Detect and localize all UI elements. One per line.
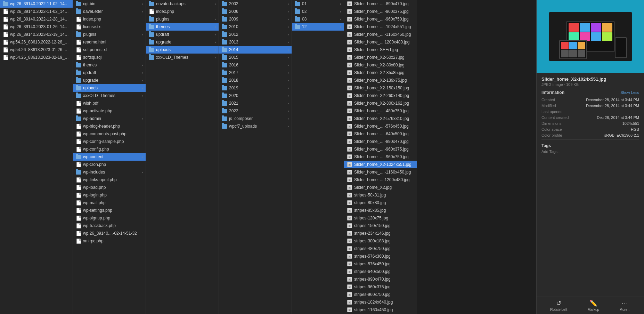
list-item[interactable]: readme.html	[73, 38, 146, 46]
list-item[interactable]: ▣Slider_home_....-480x750.jpg	[344, 107, 417, 115]
list-item[interactable]: 2013›	[219, 38, 292, 46]
list-item[interactable]: ▣stripes-80x80.jpg	[344, 199, 417, 207]
list-item[interactable]: 2006›	[219, 8, 292, 15]
list-item[interactable]: 2021›	[219, 99, 292, 107]
list-item[interactable]: ▣Slider_home_....-890x470.jpg	[344, 138, 417, 145]
rotate-left-button[interactable]: ↺ Rotate Left	[546, 298, 571, 313]
list-item[interactable]: ▣Slider_home_....-960x750.jpg	[344, 153, 417, 161]
list-item[interactable]: 2010›	[219, 23, 292, 31]
list-item[interactable]: wp-trackback.php	[73, 222, 146, 230]
list-item[interactable]: ▣Slider_home_X2-85x85.jpg	[344, 69, 417, 77]
list-item[interactable]: ▣stripes-300x188.jpg	[344, 237, 417, 245]
list-item[interactable]: envato-backups›	[146, 0, 219, 8]
list-item[interactable]: 2020›	[219, 92, 292, 99]
list-item[interactable]: ▣Slider_home_....1200x480.jpg	[344, 176, 417, 184]
list-item[interactable]: ▣Slider_home_....-576x450.jpg	[344, 122, 417, 130]
list-item[interactable]: ▣stripes-480x750.jpg	[344, 245, 417, 252]
column-4[interactable]: 2002›2006›2009›2010›2012›2013›2014›2015›…	[219, 0, 292, 314]
list-item[interactable]: wp-blog-header.php	[73, 122, 146, 130]
list-item[interactable]: ▣Slider_home_SEEiT.jpg	[344, 46, 417, 54]
list-item[interactable]: uploads›	[73, 84, 146, 92]
list-item[interactable]: xmlrpc.php	[73, 237, 146, 245]
list-item[interactable]: ▣Slider_home_....-960x750.jpg	[344, 15, 417, 23]
list-item[interactable]: ▣stripes-576x450.jpg	[344, 260, 417, 268]
list-item[interactable]: wp-config-sample.php	[73, 138, 146, 145]
list-item[interactable]: wp54.26_88613.2022-12-28_14-49-20.tar.gz	[0, 38, 73, 46]
list-item[interactable]: ▣stripes-120x75.jpg	[344, 214, 417, 222]
list-item[interactable]: ▣stripes-960x750.jpg	[344, 291, 417, 298]
list-item[interactable]: ▣Slider_home_....-960x375.jpg	[344, 8, 417, 15]
list-item[interactable]: 2019›	[219, 84, 292, 92]
list-item[interactable]: xxxOLD_Themes›	[146, 54, 219, 61]
list-item[interactable]: ▣Slider_home_....1200x480.jpg	[344, 38, 417, 46]
list-item[interactable]: 02›	[292, 8, 344, 15]
list-item[interactable]: ▣Slider_home_....-1024x551.jpg	[344, 23, 417, 31]
list-item[interactable]: 2014›	[219, 46, 292, 54]
list-item[interactable]: themes›	[146, 23, 219, 31]
list-item[interactable]: 2017›	[219, 69, 292, 77]
list-item[interactable]: index.php	[73, 15, 146, 23]
list-item[interactable]: wp-mail.php	[73, 199, 146, 207]
column-5[interactable]: 01›02›08›12›	[292, 0, 344, 314]
list-item[interactable]: softperms.txt	[73, 46, 146, 54]
list-item[interactable]: license.txt	[73, 23, 146, 31]
list-item[interactable]: wp-config.php	[73, 145, 146, 153]
list-item[interactable]: ▣stripes-960x375.jpg	[344, 283, 417, 291]
list-item[interactable]: ▣Slider_home_X2-260x140.jpg	[344, 92, 417, 99]
list-item[interactable]: wp-load.php	[73, 184, 146, 191]
list-item[interactable]: ▣Slider_home_X2-139x75.jpg	[344, 77, 417, 84]
list-item[interactable]: wp.26_39140.2023-01-26_14-49-15.tar.gz	[0, 23, 73, 31]
list-item[interactable]: ▣Slider_home_....-1160x450.jpg	[344, 31, 417, 38]
list-item[interactable]: ▣stripes-85x85.jpg	[344, 207, 417, 214]
list-item[interactable]: wp-settings.php	[73, 207, 146, 214]
list-item[interactable]: wp54.26_88613.2023-02-19_14-49-24.tar.gz	[0, 54, 73, 61]
list-item[interactable]: ▣Slider_home_X2-300x162.jpg	[344, 99, 417, 107]
list-item[interactable]: ▣stripes-150x150.jpg	[344, 222, 417, 230]
list-item[interactable]: themes›	[73, 61, 146, 69]
list-item[interactable]: wp-includes›	[73, 168, 146, 176]
list-item[interactable]: wp-activate.php	[73, 107, 146, 115]
list-item[interactable]: js_composer›	[219, 115, 292, 122]
list-item[interactable]: ▣stripes-50x31.jpg	[344, 191, 417, 199]
list-item[interactable]: ▣Slider_home_....-1160x450.jpg	[344, 168, 417, 176]
list-item[interactable]: wp-login.php	[73, 191, 146, 199]
list-item[interactable]: ▣Slider_home_X2-576x310.jpg	[344, 115, 417, 122]
list-item[interactable]: wp.26_39140....-02-14-51-32	[73, 230, 146, 237]
list-item[interactable]: wp-cron.php	[73, 161, 146, 168]
column-3[interactable]: envato-backups›index.phpplugins›themes›u…	[146, 0, 219, 314]
list-item[interactable]: ▣Slider_home_X2-150x150.jpg	[344, 84, 417, 92]
list-item[interactable]: ▣Slider_home_X2.jpg	[344, 184, 417, 191]
list-item[interactable]: 2015›	[219, 54, 292, 61]
list-item[interactable]: cgi-bin›	[73, 0, 146, 8]
list-item[interactable]: plugins›	[73, 31, 146, 38]
list-item[interactable]: upgrade›	[146, 38, 219, 46]
list-item[interactable]: ▣Slider_home_X2-1024x551.jpg	[344, 161, 417, 168]
list-item[interactable]: 2022›	[219, 107, 292, 115]
list-item[interactable]: upgrade›	[73, 77, 146, 84]
list-item[interactable]: 08›	[292, 15, 344, 23]
list-item[interactable]: wp-admin›	[73, 115, 146, 122]
list-item[interactable]: xxxOLD_Themes›	[73, 92, 146, 99]
list-item[interactable]: wp.26_39140.2022-11-02_14-51-32.tar.gz	[0, 8, 73, 15]
list-item[interactable]: 2002›	[219, 0, 292, 8]
list-item[interactable]: wp54.26_88613.2023-01-26_14-49-16.tar.gz	[0, 46, 73, 54]
list-item[interactable]: wp.26_39140.2023-02-19_14-49-24.tar.gz	[0, 31, 73, 38]
list-item[interactable]: 2012›	[219, 31, 292, 38]
list-item[interactable]: wish.pdf	[73, 99, 146, 107]
list-item[interactable]: 2016›	[219, 61, 292, 69]
more-button[interactable]: ⋯ More...	[616, 298, 635, 313]
list-item[interactable]: ▣Slider_home_X2-80x80.jpg	[344, 61, 417, 69]
list-item[interactable]: daveLetter›	[73, 8, 146, 15]
list-item[interactable]: plugins›	[146, 15, 219, 23]
list-item[interactable]: ▣Slider_home_....-640x500.jpg	[344, 130, 417, 138]
list-item[interactable]: 2009›	[219, 15, 292, 23]
list-item[interactable]: ▣stripes-1160x450.jpg	[344, 306, 417, 314]
list-item[interactable]: wp-content›	[73, 153, 146, 161]
list-item[interactable]: wp-signup.php	[73, 214, 146, 222]
list-item[interactable]: updraft›	[73, 69, 146, 77]
list-item[interactable]: ▣Slider_home_X2-50x27.jpg	[344, 54, 417, 61]
list-item[interactable]: wpcf7_uploads›	[219, 122, 292, 130]
list-item[interactable]: updraft›	[146, 31, 219, 38]
list-item[interactable]: softsql.sql	[73, 54, 146, 61]
list-item[interactable]: ▣stripes-1024x640.jpg	[344, 298, 417, 306]
